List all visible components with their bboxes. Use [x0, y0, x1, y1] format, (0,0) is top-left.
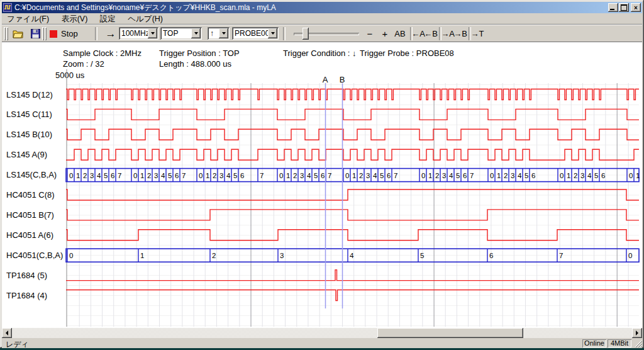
svg-text:3: 3	[511, 172, 514, 179]
svg-text:0: 0	[133, 172, 137, 179]
svg-text:1: 1	[140, 172, 144, 179]
svg-text:6: 6	[175, 172, 179, 179]
svg-text:3: 3	[580, 172, 584, 179]
svg-text:5: 5	[168, 172, 172, 179]
svg-text:1: 1	[497, 172, 501, 179]
svg-text:2: 2	[435, 172, 439, 179]
svg-text:6: 6	[531, 172, 535, 179]
svg-text:6: 6	[111, 172, 114, 179]
svg-text:0: 0	[628, 252, 632, 259]
svg-text:7: 7	[328, 172, 331, 179]
svg-text:2: 2	[293, 172, 297, 179]
status-bar: レディ Online 4MBit	[2, 339, 642, 348]
svg-text:5: 5	[420, 252, 424, 259]
svg-text:6: 6	[387, 172, 391, 179]
svg-text:2: 2	[504, 172, 508, 179]
app-window: C:¥Documents and Settings¥noname¥デスクトップ¥…	[0, 0, 644, 348]
svg-text:1: 1	[636, 172, 640, 179]
svg-text:0: 0	[345, 172, 349, 179]
svg-text:7: 7	[118, 172, 121, 179]
svg-text:5: 5	[525, 172, 528, 179]
svg-text:2: 2	[574, 172, 577, 179]
svg-text:2: 2	[213, 172, 216, 179]
svg-text:4: 4	[350, 252, 354, 259]
scroll-left-button[interactable]	[2, 328, 12, 338]
svg-text:5: 5	[594, 172, 598, 179]
svg-text:1: 1	[567, 172, 570, 179]
status-online-badge: Online	[582, 339, 606, 347]
svg-text:5: 5	[380, 172, 384, 179]
svg-text:0: 0	[421, 172, 425, 179]
scroll-right-button[interactable]	[632, 328, 642, 338]
svg-text:0: 0	[69, 172, 73, 179]
status-memory-badge: 4MBit	[608, 339, 631, 347]
svg-text:1: 1	[140, 252, 144, 259]
waveform-plot[interactable]: 0123456701234567012345670123456701234567…	[0, 0, 644, 350]
svg-text:3: 3	[154, 172, 158, 179]
svg-text:6: 6	[240, 172, 244, 179]
svg-text:4: 4	[518, 172, 522, 179]
svg-text:4: 4	[373, 172, 377, 179]
svg-text:7: 7	[394, 172, 397, 179]
svg-text:5: 5	[456, 172, 460, 179]
svg-text:7: 7	[260, 172, 264, 179]
svg-text:2: 2	[212, 252, 216, 259]
svg-text:7: 7	[470, 172, 474, 179]
svg-text:0: 0	[279, 172, 283, 179]
resize-grip[interactable]	[634, 339, 642, 347]
status-ready-text: レディ	[6, 339, 29, 350]
svg-text:5: 5	[314, 172, 318, 179]
svg-text:3: 3	[219, 172, 223, 179]
svg-text:0: 0	[490, 172, 494, 179]
svg-text:2: 2	[359, 172, 363, 179]
svg-text:3: 3	[442, 172, 446, 179]
svg-text:6: 6	[463, 172, 467, 179]
horizontal-scrollbar[interactable]	[2, 328, 642, 338]
svg-text:7: 7	[182, 172, 186, 179]
svg-text:0: 0	[560, 172, 564, 179]
arrow-right-icon	[636, 330, 638, 336]
svg-text:1: 1	[206, 172, 209, 179]
svg-text:4: 4	[161, 172, 165, 179]
svg-text:1: 1	[286, 172, 290, 179]
svg-text:2: 2	[147, 172, 151, 179]
svg-text:0: 0	[629, 172, 633, 179]
svg-text:4: 4	[307, 172, 311, 179]
svg-text:6: 6	[489, 252, 493, 259]
svg-text:1: 1	[352, 172, 356, 179]
svg-text:3: 3	[280, 252, 284, 259]
svg-text:5: 5	[233, 172, 237, 179]
svg-text:4: 4	[226, 172, 231, 179]
arrow-left-icon	[6, 330, 8, 336]
svg-text:5: 5	[104, 172, 108, 179]
svg-text:3: 3	[90, 172, 94, 179]
svg-text:2: 2	[83, 172, 87, 179]
svg-text:6: 6	[321, 172, 325, 179]
svg-text:4: 4	[587, 172, 592, 179]
svg-text:3: 3	[366, 172, 370, 179]
svg-text:0: 0	[199, 172, 203, 179]
svg-text:1: 1	[428, 172, 432, 179]
svg-text:3: 3	[300, 172, 304, 179]
svg-text:6: 6	[601, 172, 605, 179]
svg-text:1: 1	[76, 172, 80, 179]
svg-text:0: 0	[69, 252, 73, 259]
svg-text:4: 4	[97, 172, 101, 179]
svg-text:7: 7	[559, 252, 563, 259]
svg-text:4: 4	[449, 172, 453, 179]
scrollbar-thumb[interactable]	[377, 328, 523, 338]
